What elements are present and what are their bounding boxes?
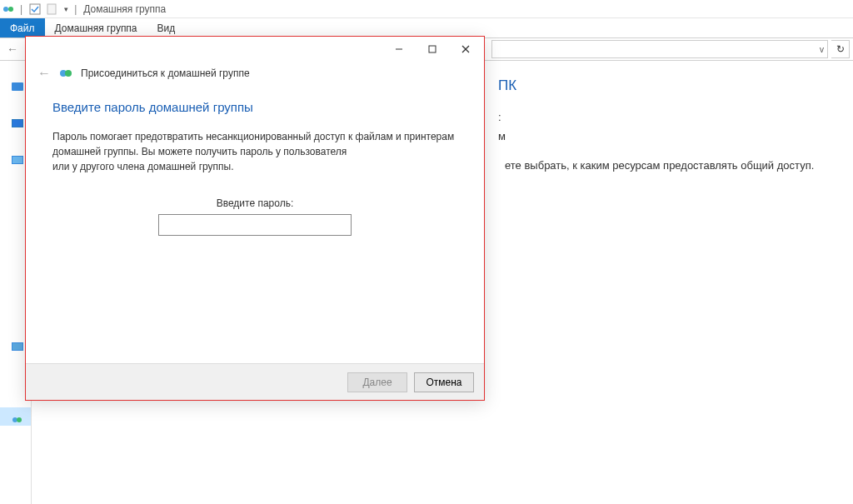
content-heading: ПК	[498, 77, 836, 94]
svg-rect-7	[429, 46, 436, 52]
content-line: м	[498, 130, 836, 142]
tab-homegroup[interactable]: Домашняя группа	[45, 18, 147, 37]
dialog-heading: Введите пароль домашней группы	[52, 100, 457, 114]
dialog-description: Пароль помогает предотвратить несанкцион…	[52, 129, 457, 174]
homegroup-small-icon	[12, 412, 23, 421]
svg-point-0	[3, 7, 8, 12]
svg-point-1	[8, 7, 13, 12]
onedrive-icon	[12, 119, 23, 127]
close-button[interactable]	[449, 37, 482, 61]
dialog-back-button[interactable]: ←	[37, 66, 51, 81]
chevron-down-icon[interactable]: v	[820, 45, 824, 54]
maximize-button[interactable]	[416, 37, 449, 61]
dialog-text-line: или у другого члена домашней группы.	[52, 161, 234, 172]
password-input[interactable]	[158, 214, 352, 236]
nav-back-button[interactable]: ←	[3, 40, 22, 58]
join-homegroup-dialog: ← Присоединиться к домашней группе Введи…	[25, 36, 485, 401]
window-title: Домашняя группа	[83, 3, 166, 15]
dialog-footer: Далее Отмена	[26, 363, 484, 400]
content-description: ете выбрать, к каким ресурсам предоставл…	[505, 157, 836, 174]
password-label: Введите пароль:	[52, 197, 457, 209]
window-titlebar: | ▾ | Домашняя группа	[0, 0, 853, 18]
minimize-button[interactable]	[382, 37, 416, 61]
sidebar-item-homegroup[interactable]	[0, 407, 31, 426]
thispc-icon	[12, 156, 23, 164]
dialog-text-line: домашней группы. Вы можете получить паро…	[52, 146, 347, 157]
refresh-button[interactable]: ↻	[831, 40, 850, 58]
separator: |	[74, 3, 77, 15]
next-button[interactable]: Далее	[347, 372, 407, 392]
tab-view[interactable]: Вид	[147, 18, 186, 37]
svg-point-5	[17, 417, 22, 422]
separator: |	[20, 3, 22, 15]
address-field[interactable]: v	[491, 40, 828, 58]
tab-file[interactable]: Файл	[0, 18, 45, 37]
dialog-titlebar[interactable]	[26, 37, 484, 62]
dialog-title: Присоединиться к домашней группе	[81, 67, 250, 79]
checkbox-icon[interactable]	[27, 2, 42, 17]
svg-rect-2	[30, 4, 40, 14]
quickaccess-icon	[12, 82, 23, 91]
network-icon	[12, 342, 23, 351]
dialog-body: Введите пароль домашней группы Пароль по…	[26, 85, 484, 363]
dialog-text-line: Пароль помогает предотвратить несанкцион…	[52, 131, 454, 142]
homegroup-icon	[59, 67, 72, 80]
svg-rect-3	[47, 4, 56, 14]
chevron-down-icon[interactable]: ▾	[61, 2, 71, 17]
dialog-header: ← Присоединиться к домашней группе	[26, 62, 484, 85]
cancel-button[interactable]: Отмена	[414, 372, 474, 392]
svg-point-11	[65, 70, 72, 77]
document-icon	[44, 2, 59, 17]
homegroup-icon	[2, 2, 17, 17]
content-line: :	[498, 111, 836, 123]
